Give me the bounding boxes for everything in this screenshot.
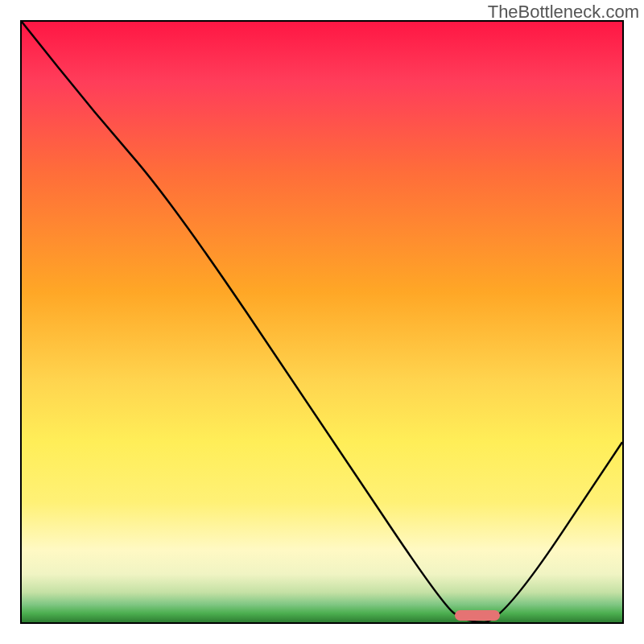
chart-curve <box>22 22 622 622</box>
chart-marker <box>455 610 500 621</box>
watermark-text: TheBottleneck.com <box>488 2 639 23</box>
chart-plot-area <box>20 20 624 624</box>
